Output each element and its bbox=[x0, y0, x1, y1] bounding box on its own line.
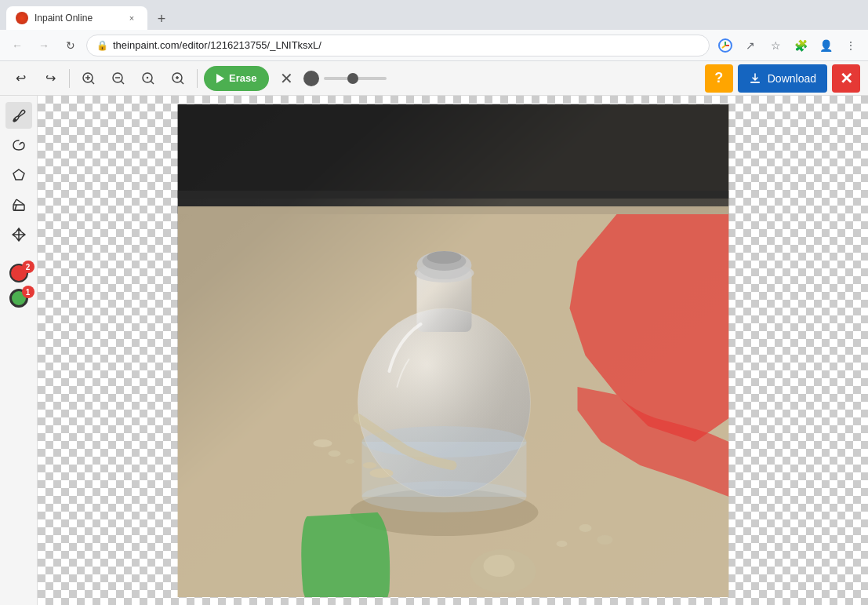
svg-line-6 bbox=[121, 81, 124, 84]
slider-thumb bbox=[347, 73, 358, 84]
back-button[interactable]: ← bbox=[6, 35, 28, 56]
extensions-icon[interactable]: 🧩 bbox=[790, 35, 812, 56]
red-color-badge: 2 bbox=[22, 261, 35, 273]
share-icon[interactable]: ↗ bbox=[739, 35, 761, 56]
brush-size-slider[interactable] bbox=[303, 71, 387, 86]
tab-close-button[interactable]: × bbox=[125, 12, 138, 24]
erase-button[interactable]: Erase bbox=[204, 66, 269, 91]
svg-point-16 bbox=[13, 118, 16, 122]
zoom-fit-button[interactable] bbox=[165, 66, 191, 91]
erase-label: Erase bbox=[229, 72, 256, 84]
navigation-bar: ← → ↻ 🔒 theinpaint.com/editor/1216213755… bbox=[0, 30, 868, 61]
cancel-button[interactable]: ✕ bbox=[274, 66, 299, 91]
bookmark-icon[interactable]: ☆ bbox=[764, 35, 786, 56]
play-icon bbox=[216, 74, 224, 83]
new-tab-button[interactable]: + bbox=[151, 8, 173, 30]
svg-point-35 bbox=[328, 450, 340, 457]
canvas-area[interactable] bbox=[38, 96, 868, 605]
move-tool-button[interactable] bbox=[5, 221, 32, 248]
brush-tool-button[interactable] bbox=[5, 102, 32, 129]
svg-point-40 bbox=[483, 555, 514, 577]
profile-icon[interactable]: 👤 bbox=[815, 35, 837, 56]
lasso-tool-button[interactable] bbox=[5, 132, 32, 159]
tab-title: Inpaint Online bbox=[35, 13, 119, 24]
forward-button[interactable]: → bbox=[33, 35, 55, 56]
main-area: 2 1 bbox=[0, 96, 868, 605]
tab-favicon bbox=[16, 12, 28, 24]
refresh-button[interactable]: ↻ bbox=[60, 35, 82, 56]
app-toolbar: ↩ ↪ Erase ✕ bbox=[0, 61, 868, 96]
svg-marker-17 bbox=[13, 169, 24, 180]
help-button[interactable]: ? bbox=[705, 64, 733, 93]
svg-point-36 bbox=[345, 459, 354, 464]
download-icon bbox=[749, 72, 761, 85]
canvas-container bbox=[38, 96, 868, 605]
redo-button[interactable]: ↪ bbox=[38, 66, 63, 91]
security-lock-icon: 🔒 bbox=[96, 40, 108, 51]
eraser-tool-button[interactable] bbox=[5, 191, 32, 218]
download-label: Download bbox=[768, 72, 816, 85]
toolbar-divider-2 bbox=[197, 69, 198, 88]
zoom-reset-button[interactable] bbox=[136, 66, 161, 91]
svg-line-2 bbox=[91, 81, 94, 84]
svg-line-12 bbox=[180, 81, 183, 84]
address-url: theinpaint.com/editor/1216213755/_LNITks… bbox=[113, 39, 321, 51]
close-app-button[interactable]: ✕ bbox=[832, 64, 860, 93]
red-color-swatch-container[interactable]: 2 bbox=[9, 264, 28, 282]
browser-tab[interactable]: Inpaint Online × bbox=[6, 6, 147, 30]
canvas-svg[interactable] bbox=[177, 104, 728, 597]
svg-rect-20 bbox=[177, 104, 728, 199]
polygon-tool-button[interactable] bbox=[5, 162, 32, 188]
svg-line-9 bbox=[151, 81, 154, 84]
svg-point-38 bbox=[369, 468, 393, 478]
color-swatch-group: 2 1 bbox=[9, 264, 28, 308]
svg-point-37 bbox=[362, 462, 376, 468]
svg-point-42 bbox=[597, 535, 612, 545]
toolbar-divider-1 bbox=[69, 69, 70, 88]
svg-point-43 bbox=[556, 541, 567, 547]
brush-size-dot bbox=[303, 71, 319, 86]
undo-button[interactable]: ↩ bbox=[8, 66, 33, 91]
svg-rect-15 bbox=[750, 82, 760, 83]
svg-point-41 bbox=[579, 524, 591, 532]
photo-canvas[interactable] bbox=[177, 104, 728, 597]
svg-point-30 bbox=[427, 251, 461, 264]
zoom-out-button[interactable] bbox=[106, 66, 131, 91]
google-icon[interactable] bbox=[714, 35, 736, 56]
green-color-swatch-container[interactable]: 1 bbox=[9, 289, 28, 308]
address-bar[interactable]: 🔒 theinpaint.com/editor/1216213755/_LNIT… bbox=[86, 35, 710, 56]
green-color-badge: 1 bbox=[22, 286, 35, 298]
left-toolbar: 2 1 bbox=[0, 96, 38, 605]
svg-point-34 bbox=[313, 439, 332, 447]
zoom-in-button[interactable] bbox=[76, 66, 101, 91]
download-button[interactable]: Download bbox=[738, 64, 827, 93]
browser-nav-icons: ↗ ☆ 🧩 👤 ⋮ bbox=[714, 35, 862, 56]
slider-track[interactable] bbox=[324, 77, 387, 80]
menu-icon[interactable]: ⋮ bbox=[840, 35, 862, 56]
